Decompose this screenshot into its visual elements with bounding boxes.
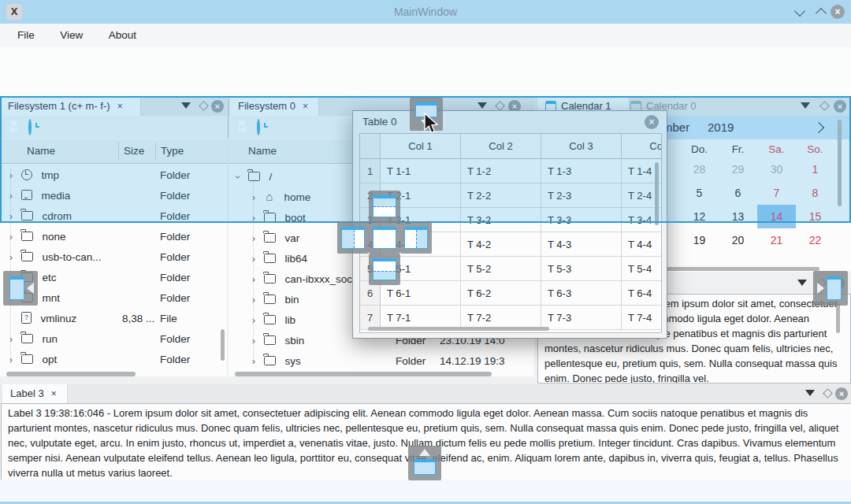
table-row[interactable]: › run Folder xyxy=(0,329,227,350)
file-type-icon xyxy=(264,356,276,365)
calendar-day[interactable]: 20 xyxy=(719,228,757,252)
fs0-hscrollbar[interactable] xyxy=(235,372,492,376)
tab-label-3-label: Label 3 xyxy=(10,387,44,399)
fs1-vscrollbar[interactable] xyxy=(221,329,225,361)
table-cell[interactable]: T 6-3 xyxy=(541,281,622,306)
expander-icon[interactable]: › xyxy=(249,269,258,290)
tab-label-3[interactable]: Label 3× xyxy=(2,384,68,403)
file-type-icon xyxy=(21,232,33,241)
row-name: lib64 xyxy=(285,253,308,265)
row-size: 8,38 ... xyxy=(122,309,154,329)
expander-icon[interactable]: › xyxy=(6,227,16,247)
window-title: MainWindow xyxy=(0,0,851,24)
dock-indicator-bottom-outer[interactable] xyxy=(408,446,441,480)
table-cell[interactable]: T 5-2 xyxy=(461,257,541,281)
dock-indicator-center[interactable] xyxy=(369,222,400,254)
label3-menu-icon[interactable] xyxy=(805,390,815,396)
calendar-day[interactable]: 22 xyxy=(796,228,834,252)
table-cell[interactable]: T 7-4 xyxy=(622,306,662,330)
file-type-icon xyxy=(264,335,276,345)
file-type-icon xyxy=(264,274,276,284)
mouse-cursor xyxy=(422,113,440,136)
file-type-icon xyxy=(21,252,33,261)
fs1-hscrollbar[interactable] xyxy=(6,372,136,376)
row-name: var xyxy=(285,232,300,244)
table-row[interactable]: › none Folder xyxy=(0,227,227,247)
expander-icon[interactable]: › xyxy=(6,329,16,350)
row-type: Folder xyxy=(160,247,190,268)
row-name: bin xyxy=(285,294,299,306)
row-type: Folder xyxy=(160,268,190,288)
toolbar: Save State Restore State Default Create … xyxy=(0,47,851,97)
table-cell[interactable]: T 5-4 xyxy=(622,257,662,281)
dock-indicator-top[interactable] xyxy=(369,191,400,222)
dock-indicator-right-outer[interactable] xyxy=(813,271,848,306)
right-label-menu-icon[interactable] xyxy=(797,280,807,286)
file-type-icon xyxy=(264,254,276,263)
right-label-vscrollbar[interactable] xyxy=(836,303,840,333)
expander-icon[interactable]: › xyxy=(249,310,258,331)
table-cell[interactable]: T 4-3 xyxy=(541,232,622,257)
row-name: mnt xyxy=(43,292,61,304)
status-strip xyxy=(0,480,851,502)
dock-indicator-left-outer[interactable] xyxy=(3,271,38,306)
row-type: File xyxy=(160,309,177,329)
arrow-right-icon xyxy=(817,283,824,294)
row-date: 14.12.19 19:3 xyxy=(440,351,505,372)
file-type-icon xyxy=(21,334,33,343)
row-name: none xyxy=(43,231,66,243)
table-row[interactable]: › opt Folder xyxy=(0,350,227,370)
table-row[interactable]: vmlinuz 8,38 ... File xyxy=(0,309,227,329)
expander-icon[interactable]: › xyxy=(6,247,16,268)
calendar-day[interactable]: 19 xyxy=(680,228,719,252)
table-cell[interactable]: T 5-3 xyxy=(541,257,622,281)
table-cell[interactable]: T 6-2 xyxy=(461,281,541,306)
dock-indicator-bottom[interactable] xyxy=(369,254,400,285)
arrow-up-icon xyxy=(419,449,430,456)
table-cell[interactable]: T 4-4 xyxy=(622,232,662,257)
row-name: can-ibxxx_sock. xyxy=(285,273,361,285)
row-type: Folder xyxy=(160,227,190,247)
expander-icon[interactable]: › xyxy=(249,228,258,249)
row-name: etc xyxy=(43,272,57,284)
row-name: vmlinuz xyxy=(41,313,77,324)
expander-icon[interactable]: › xyxy=(249,290,258,310)
row-name: lib xyxy=(285,314,296,326)
dock-indicator-left[interactable] xyxy=(337,222,369,254)
window-close-button[interactable]: × xyxy=(831,5,845,19)
menu-view[interactable]: View xyxy=(55,24,87,47)
row-name: sbin xyxy=(285,335,305,346)
table-row[interactable]: › usb-to-can... Folder xyxy=(0,247,227,268)
table-row: 6 T 6-1 T 6-2 T 6-3 T 6-4 xyxy=(360,281,661,306)
table-cell[interactable]: T 7-3 xyxy=(541,306,622,330)
dock-indicator-right[interactable] xyxy=(400,222,432,254)
menu-about[interactable]: About xyxy=(104,24,141,47)
table-row[interactable]: › sys Folder 14.12.19 19:3 xyxy=(229,351,534,372)
expander-icon[interactable]: › xyxy=(249,351,258,372)
table-row: 5 T 5-1 T 5-2 T 5-3 T 5-4 xyxy=(360,257,661,281)
table-cell[interactable]: T 4-2 xyxy=(461,232,541,257)
close-icon: × xyxy=(834,6,840,17)
table0-hscrollbar[interactable] xyxy=(368,327,549,331)
row-name: sys xyxy=(285,355,301,367)
file-type-icon xyxy=(21,312,32,324)
expander-icon[interactable]: › xyxy=(249,331,258,351)
file-type-icon xyxy=(264,295,276,304)
table-cell[interactable]: T 6-4 xyxy=(622,281,662,306)
expander-icon[interactable]: › xyxy=(249,249,258,269)
row-name: run xyxy=(43,333,58,345)
row-name: opt xyxy=(43,354,58,365)
row-type: Folder xyxy=(160,288,190,309)
arrow-left-icon xyxy=(27,283,34,294)
expander-icon[interactable]: › xyxy=(6,350,16,370)
file-type-icon xyxy=(264,233,276,243)
titlebar[interactable]: MainWindow X × xyxy=(0,0,851,24)
row-type: Folder xyxy=(160,350,190,370)
file-type-icon xyxy=(21,354,33,364)
label3-close-button[interactable]: × xyxy=(835,387,848,400)
close-icon: × xyxy=(839,389,844,398)
label3-tabbar xyxy=(0,384,851,403)
menu-file[interactable]: File xyxy=(13,24,39,47)
calendar-day[interactable]: 21 xyxy=(757,228,796,252)
tab-close-icon[interactable]: × xyxy=(51,388,57,399)
